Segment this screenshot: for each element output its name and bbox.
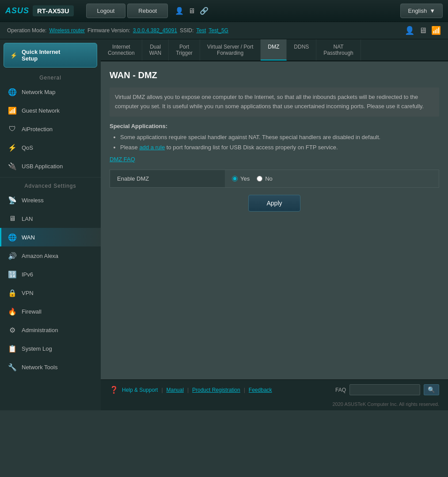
dmz-no-label: No [265,175,273,182]
quick-setup-icon: ⚡ [10,52,17,59]
user-icon[interactable]: 👤 [175,7,184,15]
share-icon[interactable]: 🔗 [200,7,209,15]
tab-port-trigger[interactable]: PortTrigger [169,39,200,61]
help-icon: ❓ [110,386,118,394]
page-title: WAN - DMZ [110,70,439,80]
dmz-yes-label: Yes [240,175,250,182]
sidebar-item-lan[interactable]: 🖥 LAN [0,209,101,228]
help-support-label: Help & Support [122,387,158,393]
page-description: Virtual DMZ allows you to expose one com… [110,87,439,117]
sidebar-item-label: LAN [22,216,33,222]
faq-search-input[interactable] [349,384,420,395]
enable-dmz-control: Yes No [225,170,439,187]
monitor-status-icon[interactable]: 🖥 [419,26,427,35]
network-map-icon: 🌐 [8,87,17,97]
bullet-item-1: Some applications require special handle… [120,132,439,142]
sidebar-item-label: Guest Network [22,107,60,114]
advanced-settings-section-label: Advanced Settings [0,177,101,191]
dmz-yes-option[interactable]: Yes [232,175,250,182]
ssid-value2[interactable]: Test_5G [209,27,228,34]
chevron-down-icon: ▼ [429,8,435,14]
guest-network-icon: 📶 [8,106,17,115]
administration-icon: ⚙ [8,325,17,335]
sidebar-item-guest-network[interactable]: 📶 Guest Network [0,101,101,120]
model-name: RT-AX53U [33,5,74,16]
faq-label: FAQ [335,387,346,393]
general-section-label: General [0,71,101,83]
tab-nat-passthrough[interactable]: NATPassthrough [316,39,361,61]
sidebar-item-label: Amazon Alexa [22,253,58,259]
qos-icon: ⚡ [8,143,17,152]
bullet2-prefix: Please [120,144,139,151]
firmware-value[interactable]: 3.0.0.4.382_45091 [133,27,177,34]
feedback-link[interactable]: Feedback [249,387,272,393]
add-rule-link[interactable]: add a rule [139,144,165,151]
content-area: InternetConnection DualWAN PortTrigger V… [101,39,448,410]
sidebar-item-label: Firewall [22,308,42,315]
footer: ❓ Help & Support | Manual | Product Regi… [101,379,448,400]
special-apps-section: Special Applications: Some applications … [110,123,439,153]
sidebar-item-ipv6[interactable]: 🔢 IPv6 [0,265,101,284]
faq-search-button[interactable]: 🔍 [424,384,439,395]
sidebar-item-wireless[interactable]: 📡 Wireless [0,191,101,209]
sidebar-item-wan[interactable]: 🌐 WAN [0,228,101,246]
tabs-bar: InternetConnection DualWAN PortTrigger V… [101,39,448,61]
faq-area: FAQ 🔍 [335,384,439,395]
sidebar-item-label: Wireless [22,197,44,204]
enable-dmz-row: Enable DMZ Yes No [110,170,439,188]
wifi-status-icon[interactable]: 📶 [431,26,441,35]
bullet2-suffix: to port forwarding list for USB Disk acc… [165,144,338,151]
dmz-no-radio[interactable] [257,176,262,182]
sidebar-item-amazon-alexa[interactable]: 🔊 Amazon Alexa [0,246,101,265]
sidebar-item-administration[interactable]: ⚙ Administration [0,321,101,339]
user-status-icon[interactable]: 👤 [405,26,414,35]
logo-area: ASUS RT-AX53U [5,5,74,16]
sidebar-item-label: IPv6 [22,271,33,278]
sidebar-item-label: Network Tools [22,364,57,371]
sidebar-item-label: WAN [22,234,35,241]
sidebar: ⚡ Quick InternetSetup General 🌐 Network … [0,39,101,410]
ssid-label: SSID: [180,27,194,34]
sidebar-item-label: Administration [22,327,58,333]
apply-button[interactable]: Apply [248,195,300,212]
sidebar-item-label: Network Map [22,89,56,95]
sidebar-item-qos[interactable]: ⚡ QoS [0,138,101,157]
quick-setup-label: Quick InternetSetup [22,49,60,62]
ssid-value1[interactable]: Test [196,27,206,34]
monitor-icon[interactable]: 🖥 [188,7,195,15]
sidebar-item-system-log[interactable]: 📋 System Log [0,339,101,358]
sidebar-item-label: USB Application [22,163,63,170]
tab-dual-wan[interactable]: DualWAN [142,39,169,61]
top-buttons: Logout Reboot [86,4,168,18]
sidebar-item-vpn[interactable]: 🔒 VPN [0,284,101,302]
bullet-item-2: Please add a rule to port forwarding lis… [120,142,439,152]
system-log-icon: 📋 [8,344,17,353]
wireless-icon: 📡 [8,195,17,205]
sidebar-item-firewall[interactable]: 🔥 Firewall [0,302,101,321]
sidebar-item-network-tools[interactable]: 🔧 Network Tools [0,358,101,376]
tab-dmz[interactable]: DMZ [261,39,287,61]
reboot-button[interactable]: Reboot [127,4,168,18]
dmz-no-option[interactable]: No [257,175,273,182]
aiprotection-icon: 🛡 [8,124,17,134]
sidebar-item-label: System Log [22,345,52,352]
enable-dmz-label: Enable DMZ [110,170,225,187]
product-registration-link[interactable]: Product Registration [192,387,240,393]
dmz-yes-radio[interactable] [232,176,238,182]
ipv6-icon: 🔢 [8,269,17,279]
tab-internet-connection[interactable]: InternetConnection [101,39,142,61]
tab-virtual-server[interactable]: Virtual Server / PortForwarding [200,39,261,61]
sidebar-item-aiprotection[interactable]: 🛡 AiProtection [0,120,101,138]
quick-internet-setup-button[interactable]: ⚡ Quick InternetSetup [4,43,97,68]
sidebar-item-usb-application[interactable]: 🔌 USB Application [0,157,101,175]
logout-button[interactable]: Logout [86,4,126,18]
manual-link[interactable]: Manual [167,387,184,393]
special-apps-label: Special Applications: [110,123,439,129]
operation-mode-value[interactable]: Wireless router [49,27,85,34]
status-icons: 👤 🖥 📶 [405,26,441,35]
status-bar: Operation Mode: Wireless router Firmware… [0,22,448,39]
tab-ddns[interactable]: DDNS [287,39,316,61]
dmz-faq-link[interactable]: DMZ FAQ [110,156,135,163]
sidebar-item-network-map[interactable]: 🌐 Network Map [0,83,101,101]
language-button[interactable]: English ▼ [400,4,443,18]
